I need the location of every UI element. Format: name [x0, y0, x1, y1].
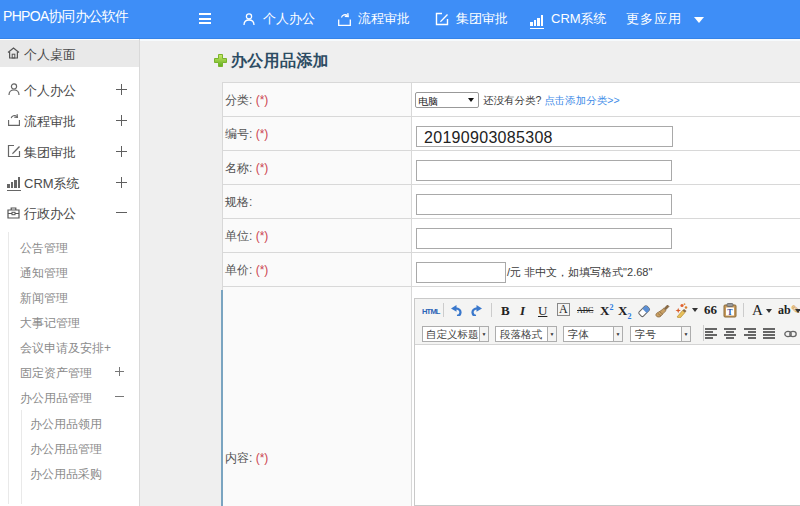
svg-text:T: T	[727, 308, 733, 317]
